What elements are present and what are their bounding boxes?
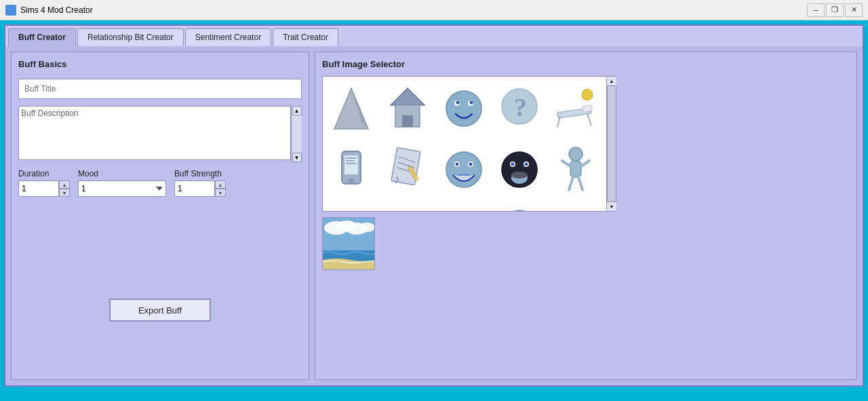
svg-point-43 — [511, 172, 528, 178]
image-selector-grid[interactable]: ? — [322, 76, 607, 212]
icon-phone[interactable] — [324, 139, 378, 200]
mood-select-wrapper: 1 2 3 — [78, 180, 166, 197]
svg-rect-4 — [402, 115, 413, 127]
duration-up[interactable]: ▲ — [59, 180, 70, 189]
app-icon — [5, 5, 16, 16]
main-window: Buff Creator Relationship Bit Creator Se… — [0, 20, 868, 391]
svg-point-6 — [446, 91, 481, 126]
app-container: Buff Creator Relationship Bit Creator Se… — [4, 24, 864, 387]
svg-point-13 — [582, 90, 593, 100]
left-panel: Buff Basics ▲ ▼ Buff Description — [11, 52, 309, 380]
grid-scroll-up[interactable]: ▲ — [607, 77, 616, 86]
duration-spinner: ▲ ▼ — [18, 180, 70, 197]
buff-image-selector-title: Buff Image Selector — [322, 59, 850, 69]
svg-point-31 — [446, 152, 481, 187]
minimize-button[interactable]: ─ — [807, 3, 825, 17]
buff-desc-wrapper: ▲ ▼ Buff Description — [18, 106, 302, 162]
svg-point-74 — [359, 223, 375, 232]
svg-point-41 — [525, 163, 528, 166]
icon-house[interactable] — [380, 78, 435, 139]
image-grid-container: ? — [322, 76, 607, 212]
icon-sad-face[interactable] — [437, 200, 491, 212]
titlebar-controls: ─ ❐ ✕ — [807, 3, 863, 17]
duration-label: Duration — [18, 169, 70, 178]
duration-input[interactable] — [18, 180, 59, 197]
svg-point-40 — [511, 163, 515, 166]
buff-desc-textarea[interactable] — [18, 106, 291, 160]
icon-smile-face[interactable] — [437, 78, 491, 139]
tab-content: Buff Basics ▲ ▼ Buff Description — [5, 46, 863, 385]
mood-select[interactable]: 1 2 3 — [78, 180, 166, 197]
icon-singing-face[interactable] — [492, 139, 547, 200]
controls-row: Duration ▲ ▼ Mood — [18, 169, 302, 197]
image-grid-scrollbar: ▲ ▼ — [607, 76, 616, 212]
mood-group: Mood 1 2 3 — [78, 169, 166, 197]
svg-point-20 — [349, 178, 354, 184]
buff-strength-input[interactable] — [174, 180, 215, 197]
svg-point-35 — [469, 163, 472, 166]
svg-point-34 — [455, 163, 458, 166]
desc-scrollbar: ▲ ▼ — [291, 106, 302, 162]
thumbnail-area — [322, 217, 850, 270]
icon-beach-chair[interactable] — [549, 78, 603, 139]
grid-scroll-track — [608, 86, 616, 202]
svg-point-9 — [456, 101, 459, 104]
titlebar-title: Sims 4 Mod Creator — [20, 5, 807, 15]
titlebar: Sims 4 Mod Creator ─ ❐ ✕ — [0, 0, 868, 20]
thumbnail-beach[interactable] — [322, 217, 375, 270]
icon-figure[interactable] — [549, 139, 603, 200]
icon-pyramid[interactable] — [324, 78, 378, 139]
buff-strength-btns: ▲ ▼ — [215, 180, 226, 197]
buff-title-input[interactable] — [18, 79, 302, 99]
tab-trait-creator[interactable]: Trait Creator — [273, 28, 338, 46]
mood-label: Mood — [78, 169, 166, 178]
icon-ghost[interactable] — [492, 200, 547, 212]
close-button[interactable]: ✕ — [845, 3, 863, 17]
duration-down[interactable]: ▼ — [59, 189, 70, 197]
svg-line-47 — [581, 161, 589, 166]
right-panel: Buff Image Selector — [315, 52, 857, 380]
icon-notepad[interactable]: ♪ — [380, 139, 435, 200]
svg-line-48 — [569, 177, 573, 190]
svg-line-46 — [562, 161, 570, 166]
svg-line-16 — [587, 114, 591, 126]
tab-sentiment-creator[interactable]: Sentiment Creator — [185, 28, 271, 46]
restore-button[interactable]: ❐ — [826, 3, 844, 17]
tab-relationship-bit-creator[interactable]: Relationship Bit Creator — [77, 28, 184, 46]
svg-rect-17 — [583, 105, 593, 113]
buff-basics-title: Buff Basics — [18, 59, 302, 69]
svg-text:♪: ♪ — [394, 172, 400, 186]
tab-bar: Buff Creator Relationship Bit Creator Se… — [5, 26, 863, 46]
svg-point-44 — [569, 147, 583, 161]
desc-scroll-down[interactable]: ▼ — [292, 153, 302, 162]
icon-fire[interactable] — [380, 200, 435, 212]
tab-buff-creator[interactable]: Buff Creator — [8, 28, 76, 46]
buff-strength-down[interactable]: ▼ — [215, 189, 226, 197]
duration-spinner-btns: ▲ ▼ — [59, 180, 70, 197]
duration-group: Duration ▲ ▼ — [18, 169, 70, 197]
buff-strength-spinner: ▲ ▼ — [174, 180, 226, 197]
export-buff-button[interactable]: Export Buff — [109, 299, 211, 322]
icon-cube[interactable] — [324, 200, 378, 212]
svg-line-49 — [578, 177, 583, 190]
svg-point-10 — [469, 101, 473, 104]
grid-scroll-down[interactable]: ▼ — [607, 202, 616, 211]
buff-strength-group: Buff Strength ▲ ▼ — [174, 169, 226, 197]
desc-scroll-up[interactable]: ▲ — [292, 106, 302, 115]
icon-laugh-face[interactable] — [437, 139, 491, 200]
svg-marker-2 — [391, 88, 425, 105]
icon-worried-face[interactable] — [549, 200, 603, 212]
export-button-wrapper: Export Buff — [18, 258, 302, 322]
buff-strength-label: Buff Strength — [174, 169, 226, 178]
svg-rect-45 — [570, 161, 581, 177]
svg-text:?: ? — [514, 93, 527, 121]
icon-question[interactable]: ? — [492, 78, 547, 139]
buff-strength-up[interactable]: ▲ — [215, 180, 226, 189]
